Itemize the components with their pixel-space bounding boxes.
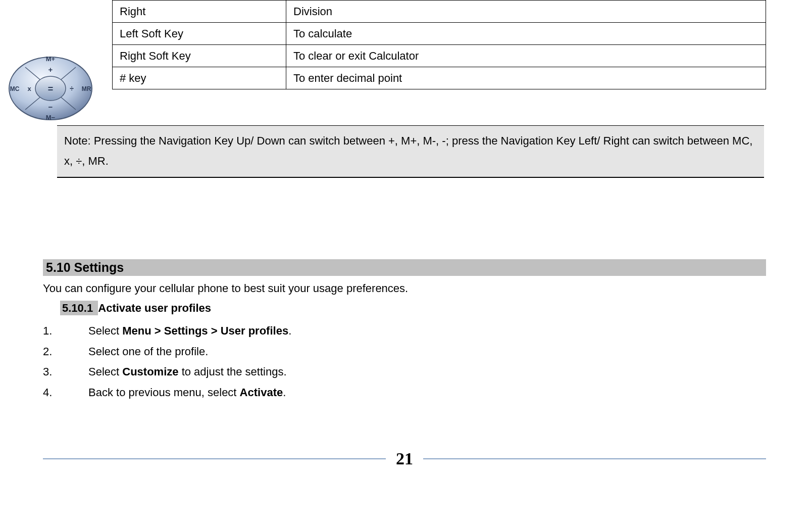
navpad-label-down: M− xyxy=(46,114,56,121)
note-box: Note: Pressing the Navigation Key Up/ Do… xyxy=(57,125,764,178)
step-text: Select one of the profile. xyxy=(88,342,208,362)
table-cell-action: To calculate xyxy=(286,23,766,45)
table-row: Right Soft Key To clear or exit Calculat… xyxy=(113,45,766,67)
page-footer: 21 xyxy=(43,449,766,468)
table-cell-action: To clear or exit Calculator xyxy=(286,45,766,67)
navigation-pad-icon: M+ + M− − MC x MR ÷ = xyxy=(5,53,96,124)
table-cell-key: Right Soft Key xyxy=(113,45,286,67)
subsection-5101-title: Activate user profiles xyxy=(98,302,211,314)
step-text: Select Customize to adjust the settings. xyxy=(88,362,287,383)
table-row: # key To enter decimal point xyxy=(113,67,766,89)
subsection-5101-num: 5.10.1 xyxy=(60,301,98,315)
list-item: 4. Back to previous menu, select Activat… xyxy=(43,383,291,403)
navpad-label-center: = xyxy=(48,84,54,94)
navpad-label-div: ÷ xyxy=(70,84,74,92)
navpad-label-x: x xyxy=(27,85,31,92)
table-cell-action: Division xyxy=(286,1,766,23)
section-heading-510: 5.10 Settings xyxy=(43,259,766,276)
table-cell-key: Right xyxy=(113,1,286,23)
key-action-table: Right Division Left Soft Key To calculat… xyxy=(112,0,766,89)
footer-rule-right xyxy=(423,458,766,459)
subsection-5101: 5.10.1 Activate user profiles xyxy=(60,302,211,315)
steps-list: 1. Select Menu > Settings > User profile… xyxy=(43,321,291,403)
list-item: 3. Select Customize to adjust the settin… xyxy=(43,362,291,383)
step-number: 3. xyxy=(43,362,88,383)
navpad-label-minus: − xyxy=(48,103,53,111)
list-item: 2. Select one of the profile. xyxy=(43,342,291,362)
step-number: 4. xyxy=(43,383,88,403)
section-intro-510: You can configure your cellular phone to… xyxy=(43,282,408,295)
table-row: Right Division xyxy=(113,1,766,23)
step-text: Back to previous menu, select Activate. xyxy=(88,383,286,403)
list-item: 1. Select Menu > Settings > User profile… xyxy=(43,321,291,342)
table-cell-key: Left Soft Key xyxy=(113,23,286,45)
step-number: 2. xyxy=(43,342,88,362)
page-number: 21 xyxy=(396,449,413,468)
step-number: 1. xyxy=(43,321,88,342)
navpad-label-plus: + xyxy=(48,65,53,74)
navpad-label-up: M+ xyxy=(46,55,56,63)
table-row: Left Soft Key To calculate xyxy=(113,23,766,45)
navpad-label-right: MR xyxy=(82,85,91,92)
navpad-label-left: MC xyxy=(10,85,20,92)
footer-rule-left xyxy=(43,458,386,459)
table-cell-key: # key xyxy=(113,67,286,89)
table-cell-action: To enter decimal point xyxy=(286,67,766,89)
step-text: Select Menu > Settings > User profiles. xyxy=(88,321,291,342)
